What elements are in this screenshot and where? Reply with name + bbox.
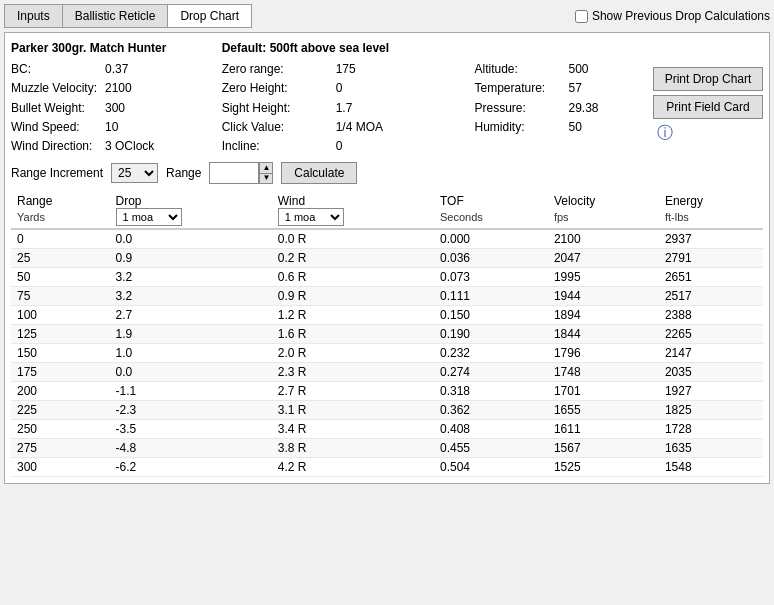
ammo-title-row: Parker 300gr. Match Hunter (11, 39, 222, 58)
show-prev-checkbox[interactable] (575, 10, 588, 23)
cell-4: 1796 (548, 344, 659, 363)
cell-4: 1844 (548, 325, 659, 344)
table-row: 00.00.0 R0.00021002937 (11, 229, 763, 249)
right-buttons: Print Drop Chart Print Field Card ⓘ (653, 67, 763, 144)
cell-2: 2.0 R (272, 344, 434, 363)
cell-1: 3.2 (110, 268, 272, 287)
cell-4: 1701 (548, 382, 659, 401)
cell-0: 0 (11, 229, 110, 249)
wind-moa-select[interactable]: 1 moa 0.1 moa inches (278, 208, 344, 226)
cell-1: -1.1 (110, 382, 272, 401)
hum-row: Humidity: 50 (474, 118, 643, 137)
wd-row: Wind Direction: 3 OClock (11, 137, 222, 156)
cell-3: 0.274 (434, 363, 548, 382)
cell-2: 1.6 R (272, 325, 434, 344)
info-col-main: Parker 300gr. Match Hunter BC: 0.37 Muzz… (11, 39, 222, 156)
default-label-row: Default: 500ft above sea level (222, 39, 475, 58)
table-row: 1251.91.6 R0.19018442265 (11, 325, 763, 344)
mv-value: 2100 (105, 79, 132, 98)
wd-label: Wind Direction: (11, 137, 101, 156)
cell-3: 0.455 (434, 439, 548, 458)
cell-0: 150 (11, 344, 110, 363)
print-field-card-button[interactable]: Print Field Card (653, 95, 763, 119)
print-drop-chart-button[interactable]: Print Drop Chart (653, 67, 763, 91)
col3-spacer (474, 39, 643, 58)
alt-value: 500 (568, 60, 588, 79)
cell-2: 0.2 R (272, 249, 434, 268)
table-row: 200-1.12.7 R0.31817011927 (11, 382, 763, 401)
cell-2: 1.2 R (272, 306, 434, 325)
cell-1: -4.8 (110, 439, 272, 458)
col-range-header: Range (11, 192, 110, 208)
range-increment-label: Range Increment (11, 166, 103, 180)
range-increment-select[interactable]: 25 50 100 (111, 163, 158, 183)
col-energy-header: Energy (659, 192, 763, 208)
cell-2: 0.0 R (272, 229, 434, 249)
cell-0: 100 (11, 306, 110, 325)
cell-1: 1.9 (110, 325, 272, 344)
range-input[interactable]: 300 (209, 162, 259, 184)
drop-moa-select[interactable]: 1 moa 0.1 moa inches (116, 208, 182, 226)
drop-header-container: Drop (116, 194, 266, 208)
table-body: 00.00.0 R0.00021002937250.90.2 R0.036204… (11, 229, 763, 477)
ws-row: Wind Speed: 10 (11, 118, 222, 137)
inc-label: Incline: (222, 137, 332, 156)
cell-5: 1825 (659, 401, 763, 420)
cell-4: 1611 (548, 420, 659, 439)
bc-label: BC: (11, 60, 101, 79)
table-row: 1002.71.2 R0.15018942388 (11, 306, 763, 325)
table-subheader-row: Yards 1 moa 0.1 moa inches 1 moa 0.1 moa… (11, 208, 763, 229)
cell-1: 0.9 (110, 249, 272, 268)
cv-value: 1/4 MOA (336, 118, 383, 137)
col-velocity-header: Velocity (548, 192, 659, 208)
press-label: Pressure: (474, 99, 564, 118)
cell-3: 0.232 (434, 344, 548, 363)
cell-0: 250 (11, 420, 110, 439)
default-label: Default: 500ft above sea level (222, 39, 389, 58)
cell-3: 0.190 (434, 325, 548, 344)
spinner-up[interactable]: ▲ (260, 163, 272, 174)
ws-label: Wind Speed: (11, 118, 101, 137)
col-energy-sub: ft-lbs (659, 208, 763, 229)
cell-5: 2517 (659, 287, 763, 306)
spinner-buttons: ▲ ▼ (259, 162, 273, 184)
show-prev-label: Show Previous Drop Calculations (592, 9, 770, 23)
cell-0: 300 (11, 458, 110, 477)
calculate-button[interactable]: Calculate (281, 162, 357, 184)
temp-label: Temperature: (474, 79, 564, 98)
top-bar: Inputs Ballistic Reticle Drop Chart Show… (4, 4, 770, 28)
cell-5: 1635 (659, 439, 763, 458)
info-col3: Altitude: 500 Temperature: 57 Pressure: … (474, 39, 643, 156)
tab-inputs[interactable]: Inputs (5, 5, 63, 27)
cell-0: 25 (11, 249, 110, 268)
cell-0: 50 (11, 268, 110, 287)
cell-4: 2100 (548, 229, 659, 249)
col-range-sub: Yards (11, 208, 110, 229)
cell-4: 1655 (548, 401, 659, 420)
table-row: 503.20.6 R0.07319952651 (11, 268, 763, 287)
col-tof-sub: Seconds (434, 208, 548, 229)
bc-value: 0.37 (105, 60, 128, 79)
tab-ballistic-reticle[interactable]: Ballistic Reticle (63, 5, 169, 27)
zr-value: 175 (336, 60, 356, 79)
cell-2: 3.4 R (272, 420, 434, 439)
cell-2: 2.3 R (272, 363, 434, 382)
bc-row: BC: 0.37 (11, 60, 222, 79)
tab-drop-chart[interactable]: Drop Chart (168, 5, 251, 27)
temp-value: 57 (568, 79, 581, 98)
show-prev-section: Show Previous Drop Calculations (575, 9, 770, 23)
inc-row: Incline: 0 (222, 137, 475, 156)
wd-value: 3 OClock (105, 137, 154, 156)
table-row: 753.20.9 R0.11119442517 (11, 287, 763, 306)
cell-0: 125 (11, 325, 110, 344)
info-col2: Default: 500ft above sea level Zero rang… (222, 39, 475, 156)
ws-value: 10 (105, 118, 118, 137)
help-icon[interactable]: ⓘ (657, 123, 763, 144)
cell-0: 75 (11, 287, 110, 306)
spinner-down[interactable]: ▼ (260, 174, 272, 184)
info-section: Parker 300gr. Match Hunter BC: 0.37 Muzz… (11, 39, 763, 156)
cell-1: -2.3 (110, 401, 272, 420)
cell-5: 1927 (659, 382, 763, 401)
table-row: 1750.02.3 R0.27417482035 (11, 363, 763, 382)
bw-row: Bullet Weight: 300 (11, 99, 222, 118)
